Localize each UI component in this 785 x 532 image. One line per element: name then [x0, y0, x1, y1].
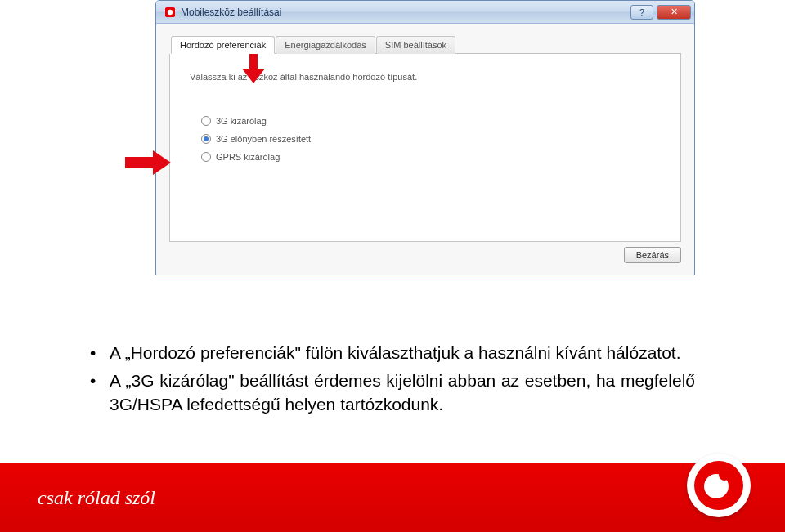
radio-indicator [201, 116, 211, 126]
help-button[interactable]: ? [630, 5, 653, 20]
radio-gprs-only[interactable]: GPRS kizárólag [201, 152, 661, 162]
radio-label: 3G előnyben részesített [216, 134, 311, 144]
close-button[interactable]: Bezárás [624, 247, 681, 263]
vodafone-logo [687, 454, 751, 517]
window-title: Mobileszköz beállításai [181, 7, 630, 18]
tab-carrier-preferences[interactable]: Hordozó preferenciák [171, 36, 275, 54]
footer-slogan: csak rólad szól [38, 487, 155, 509]
button-label: Bezárás [636, 250, 669, 260]
bullet-item: A „Hordozó preferenciák" fülön kiválaszt… [90, 342, 695, 364]
tab-label: Energiagazdálkodás [285, 40, 366, 50]
tab-panel-carrier: Válassza ki az eszköz által használandó … [169, 54, 681, 242]
app-icon [164, 7, 176, 18]
radio-indicator [201, 134, 211, 144]
help-icon: ? [639, 7, 644, 17]
settings-dialog-screenshot: Mobileszköz beállításai ? ✕ Hordozó pref… [155, 0, 695, 311]
close-icon: ✕ [671, 7, 678, 17]
radio-3g-preferred[interactable]: 3G előnyben részesített [201, 134, 661, 144]
bullet-item: A „3G kizárólag" beállítást érdemes kije… [90, 369, 695, 416]
tab-strip: Hordozó preferenciák Energiagazdálkodás … [171, 35, 681, 54]
window-body: Hordozó preferenciák Energiagazdálkodás … [156, 24, 694, 275]
window: Mobileszköz beállításai ? ✕ Hordozó pref… [155, 0, 695, 275]
tab-label: SIM beállítások [385, 40, 446, 50]
svg-point-1 [168, 9, 173, 14]
radio-label: GPRS kizárólag [216, 152, 280, 162]
tab-energy-management[interactable]: Energiagazdálkodás [276, 36, 375, 54]
tab-sim-settings[interactable]: SIM beállítások [376, 36, 455, 54]
close-window-button[interactable]: ✕ [657, 5, 691, 20]
radio-group: 3G kizárólag 3G előnyben részesített GPR… [201, 116, 661, 162]
radio-label: 3G kizárólag [216, 116, 267, 126]
dialog-footer: Bezárás [169, 247, 681, 263]
instruction-text: Válassza ki az eszköz által használandó … [190, 72, 661, 82]
radio-3g-only[interactable]: 3G kizárólag [201, 116, 661, 126]
page-body-text: A „Hordozó preferenciák" fülön kiválaszt… [90, 342, 695, 421]
radio-indicator [201, 152, 211, 162]
tab-label: Hordozó preferenciák [180, 40, 266, 50]
footer-bar: csak rólad szól [0, 463, 785, 532]
window-buttons: ? ✕ [630, 5, 691, 20]
titlebar: Mobileszköz beállításai ? ✕ [156, 1, 694, 24]
